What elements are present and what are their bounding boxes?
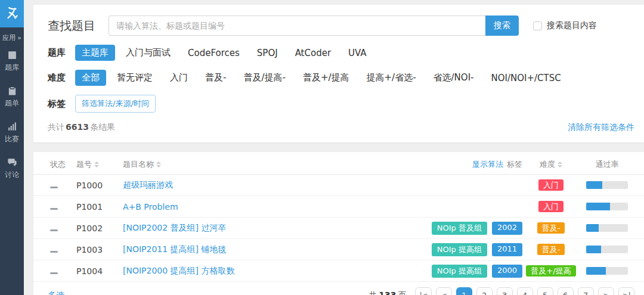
page-button-4[interactable]: 4 [517,287,533,295]
search-input[interactable] [109,15,485,36]
table-body: P1000超级玛丽游戏入门P1001A+B Problem入门P1002[NOI… [33,175,644,282]
header-problem-id[interactable]: 题号 [76,159,123,170]
pass-rate-cell [586,203,628,210]
page-button-6[interactable]: 6 [558,287,574,295]
filter-difficulty-option[interactable]: 省选/NOI- [427,70,481,86]
sort-icon [156,162,161,167]
clipboard-icon [7,86,17,96]
filter-difficulty-option[interactable]: 提高+/省选- [360,70,423,86]
search-content-checkbox[interactable] [533,21,542,30]
filter-difficulty-option[interactable]: 普及/提高- [237,70,292,86]
page-button-2[interactable]: 2 [476,287,493,295]
status-dash-icon [50,229,58,231]
problem-id: P1001 [76,202,123,212]
filter-library-option[interactable]: 入门与面试 [119,45,177,61]
status-dash-icon [50,272,58,274]
problem-tag[interactable]: NOIp 提高组 [432,265,487,278]
pager-buttons: |<<1234567>>| [415,287,634,295]
header-problem-name[interactable]: 题目名称 [123,159,472,170]
page-first-button[interactable]: |< [415,287,431,295]
page-prev-button[interactable]: < [436,287,452,295]
pass-rate-bar [586,246,628,253]
header-difficulty[interactable]: 难度 [540,159,562,170]
header-tags: 显示算法 标签 [472,159,522,170]
pass-rate-bar [586,203,628,210]
table-footer: 多选 共133页 |<<1234567>>| [33,282,644,295]
sidebar-item-label: 讨论 [5,170,19,180]
problem-title-link[interactable]: A+B Problem [123,202,522,212]
sort-icon [94,162,99,167]
sidebar-item-题库[interactable]: 题库 [0,44,24,79]
sidebar-item-label: 题单 [5,98,19,108]
pass-rate-fill [586,246,601,253]
problem-tag[interactable]: 2002 [492,222,522,235]
multi-select-link[interactable]: 多选 [48,290,64,295]
sidebar-item-讨论[interactable]: 讨论 [0,151,24,187]
difficulty-badge[interactable]: 入门 [538,179,564,191]
problem-tag[interactable]: 2011 [492,243,522,256]
chat-icon [7,157,17,167]
search-filter-card: 查找题目 搜索 搜索题目内容 题库 主题库入门与面试CodeForcesSPOJ… [33,5,644,142]
page-button-3[interactable]: 3 [497,287,513,295]
luogu-logo[interactable] [0,0,24,27]
pass-rate-fill [586,203,610,210]
filter-difficulty-option[interactable]: 入门 [163,70,194,86]
problem-id: P1000 [76,181,123,190]
status-cell [50,181,76,190]
filter-difficulty-option[interactable]: NOI/NOI+/CTSC [484,70,567,86]
difficulty-cell: 入门 [538,201,564,212]
problem-title-link[interactable]: [NOIP2000 提高组] 方格取数 [123,266,432,277]
page-last-button[interactable]: >| [618,287,634,295]
filter-library-option[interactable]: CodeForces [181,45,246,61]
filter-library-option[interactable]: SPOJ [250,45,284,61]
sidebar-item-比赛[interactable]: 比赛 [0,115,24,151]
sidebar-item-题单[interactable]: 题单 [0,79,24,115]
problem-title-link[interactable]: [NOIP2002 普及组] 过河卒 [123,223,432,234]
difficulty-cell: 普及+/提高 [526,266,575,277]
search-content-checkbox-label: 搜索题目内容 [547,20,597,31]
table-row: P1000超级玛丽游戏入门 [33,175,644,196]
difficulty-badge[interactable]: 普及- [537,244,565,255]
pass-rate-fill [586,181,602,189]
problem-table-card: 状态 题号 题目名称 显示算法 标签 难度 通过率 P1000超级玛丽游戏入门P… [33,152,644,295]
problem-tag[interactable]: NOIp 普及组 [432,222,487,235]
problem-tag[interactable]: NOIp 提高组 [432,243,487,256]
search-content-checkbox-group[interactable]: 搜索题目内容 [533,20,597,31]
problem-title-link[interactable]: 超级玛丽游戏 [123,180,522,191]
results-summary: 共计6613条结果 [48,122,115,133]
table-row: P1001A+B Problem入门 [33,196,644,218]
search-button[interactable]: 搜索 [485,15,519,36]
problem-tag[interactable]: 2000 [492,265,522,278]
filter-difficulty-option[interactable]: 全部 [75,70,106,86]
difficulty-badge[interactable]: 普及- [537,222,565,234]
status-dash-icon [50,208,58,210]
difficulty-cell: 普及- [537,244,565,255]
filter-library-option[interactable]: 主题库 [75,45,115,61]
difficulty-filter-label: 难度 [48,72,75,83]
tag-filter-button[interactable]: 筛选算法/来源/时间 [75,95,156,113]
problem-id: P1002 [76,223,123,233]
pass-rate-cell [586,267,628,275]
page-next-button[interactable]: > [598,287,614,295]
filter-library-option[interactable]: AtCoder [289,45,338,61]
pass-rate-fill [586,267,606,275]
sidebar-item-label: 比赛 [5,134,19,144]
page-button-7[interactable]: 7 [578,287,594,295]
page-button-5[interactable]: 5 [537,287,553,295]
clear-filters-link[interactable]: 清除所有筛选条件 [568,122,634,133]
filter-library-option[interactable]: UVA [342,45,373,61]
filter-difficulty-option[interactable]: 暂无评定 [110,70,159,86]
problem-tags: NOIp 普及组2002 [432,222,522,235]
difficulty-badge[interactable]: 入门 [538,201,564,212]
filter-difficulty-option[interactable]: 普及- [199,70,233,86]
total-pages-text: 共133页 [369,290,406,295]
table-header: 状态 题号 题目名称 显示算法 标签 难度 通过率 [33,154,644,175]
difficulty-badge[interactable]: 普及+/提高 [526,265,575,277]
filter-difficulty-option[interactable]: 普及+/提高 [296,70,356,86]
sidebar-apps-toggle[interactable]: 应用 » [0,27,24,44]
problem-title-link[interactable]: [NOIP2011 提高组] 铺地毯 [123,244,432,255]
book-icon [7,50,17,60]
show-algorithm-link[interactable]: 显示算法 [472,159,503,170]
difficulty-filter-options: 全部暂无评定入门普及-普及/提高-普及+/提高提高+/省选-省选/NOI-NOI… [75,70,572,86]
page-button-1[interactable]: 1 [456,287,472,295]
